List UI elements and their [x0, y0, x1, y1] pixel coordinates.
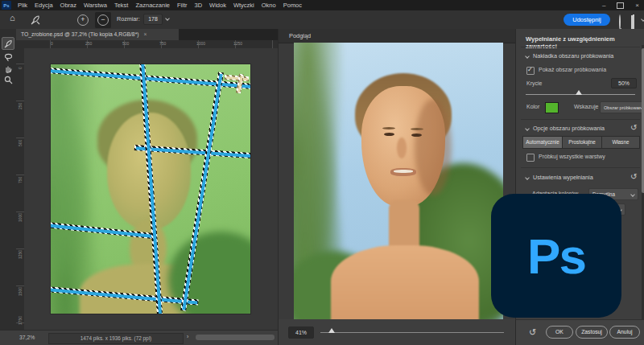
menu-obraz[interactable]: Obraz: [60, 2, 76, 9]
hand-tool[interactable]: [2, 63, 14, 74]
tab-close-icon[interactable]: ×: [143, 31, 147, 37]
size-dropdown-icon[interactable]: [165, 16, 170, 21]
overlay-color-swatch[interactable]: [545, 102, 559, 113]
mode-custom-button[interactable]: Własne: [601, 136, 640, 149]
tool-options-bar: ⌂ + − Rozmiar: 178 Udostępnij: [0, 10, 644, 30]
preview-zoom-slider[interactable]: [320, 332, 504, 333]
teeth: [394, 170, 413, 173]
opacity-value-input[interactable]: 50%: [611, 78, 637, 88]
preview-title: Podgląd: [289, 32, 311, 39]
share-button[interactable]: Udostępnij: [564, 14, 610, 26]
menu-tekst[interactable]: Tekst: [114, 2, 129, 9]
preview-zoom-slider-thumb[interactable]: [328, 328, 335, 333]
status-bar: 37,2% 1474 piks. x 1936 piks. (72 ppi) ›: [0, 330, 278, 345]
panel-title: Wypełnianie z uwzględnieniem zawartości: [526, 35, 644, 50]
home-icon[interactable]: ⌂: [10, 13, 15, 23]
ruler-tick-label: 0: [51, 41, 53, 46]
reset-all-icon[interactable]: ↺: [529, 328, 536, 336]
panel-footer: ↺ OK Zastosuj Anuluj: [515, 319, 644, 345]
subtract-from-sampling-button[interactable]: −: [95, 12, 111, 28]
eye-right: [411, 133, 422, 137]
ruler-tick-label: 0: [18, 67, 23, 69]
status-chevron-icon[interactable]: ›: [187, 334, 188, 339]
zoom-level[interactable]: 37,2%: [19, 335, 35, 340]
mode-rectangular-button[interactable]: Prostokątne: [562, 136, 602, 149]
overlay-section-label: Nakładka obszaru próbkowania: [533, 52, 613, 60]
menu-filtr[interactable]: Filtr: [177, 2, 188, 9]
photoshop-app-icon: Ps: [2, 1, 11, 10]
divider: [521, 119, 640, 120]
menu-warstwa[interactable]: Warstwa: [84, 2, 107, 9]
ruler-tick-label: 1750: [18, 316, 23, 325]
menu-3d[interactable]: 3D: [194, 2, 202, 9]
fill-settings-label: Ustawienia wypełniania: [533, 174, 593, 181]
document-tab[interactable]: TO_zrobione.psd @ 37,2% (Tło kopia 4,RGB…: [16, 29, 179, 40]
preview-header: Podgląd: [279, 29, 516, 43]
sample-all-layers-checkbox[interactable]: [526, 154, 535, 162]
chevron-down-icon: [525, 54, 530, 59]
divider: [521, 47, 640, 47]
sampling-options-label: Opcje obszaru próbkowania: [533, 125, 605, 132]
menu-okno[interactable]: Okno: [262, 2, 276, 9]
size-value-input[interactable]: 178: [143, 14, 163, 25]
menu-pomoc[interactable]: Pomoc: [283, 2, 302, 9]
photoshop-window: Ps Plik Edycja Obraz Warstwa Tekst Zazna…: [0, 0, 644, 345]
brush-preset-icon[interactable]: [31, 14, 41, 25]
photoshop-logo: Ps: [491, 194, 621, 318]
search-icon[interactable]: [619, 14, 621, 30]
menu-plik[interactable]: Plik: [18, 2, 27, 9]
mode-auto-button[interactable]: Automatycznie: [522, 136, 563, 149]
zoom-tool[interactable]: [2, 74, 14, 85]
sampling-options-header[interactable]: Opcje obszaru próbkowania: [526, 125, 605, 132]
workspace-dropdown-icon[interactable]: [641, 17, 644, 22]
ruler-tick-label: 500: [18, 140, 23, 146]
brush-icon: [4, 39, 13, 48]
document-tab-bar: TO_zrobione.psd @ 37,2% (Tło kopia 4,RGB…: [16, 29, 278, 40]
opacity-slider-thumb[interactable]: [576, 90, 582, 95]
chevron-down-icon: [630, 192, 635, 197]
menu-widok[interactable]: Widok: [209, 2, 226, 9]
net-rope-unselected: [225, 75, 249, 82]
apply-button[interactable]: Zastosuj: [576, 326, 608, 339]
menu-bar: Plik Edycja Obraz Warstwa Tekst Zaznacza…: [18, 2, 302, 9]
indicates-label: Wskazuje: [574, 104, 598, 109]
ruler-tick-label: 1250: [233, 41, 242, 46]
sample-all-layers-label: Próbkuj wszystkie warstwy: [539, 154, 605, 159]
sampling-brush-tool[interactable]: [2, 37, 14, 50]
restore-button[interactable]: [617, 2, 624, 9]
menu-edycja[interactable]: Edycja: [35, 2, 53, 9]
cancel-button[interactable]: Anuluj: [609, 326, 640, 339]
chevron-down-icon: [525, 126, 530, 131]
opacity-label: Krycie: [526, 80, 542, 86]
hand-icon: [4, 64, 13, 73]
lasso-tool[interactable]: [2, 51, 14, 63]
menu-wtyczki[interactable]: Wtyczki: [233, 2, 254, 9]
title-bar: Ps Plik Edycja Obraz Warstwa Tekst Zazna…: [0, 0, 644, 10]
document-image[interactable]: [50, 64, 251, 314]
reset-icon[interactable]: ↺: [630, 173, 637, 181]
close-button[interactable]: ×: [635, 2, 639, 9]
reset-icon[interactable]: ↺: [630, 124, 637, 132]
ruler-tick-label: 750: [159, 41, 166, 46]
preview-photo[interactable]: [294, 43, 503, 319]
ok-button[interactable]: OK: [546, 326, 573, 339]
fill-settings-header[interactable]: Ustawienia wypełniania: [526, 174, 593, 181]
show-sampling-area-checkbox[interactable]: [526, 67, 535, 75]
preview-zoom-input[interactable]: 41%: [288, 327, 314, 339]
overlay-section-header[interactable]: Nakładka obszaru próbkowania: [526, 52, 613, 60]
chevron-down-icon: [525, 175, 530, 180]
horizontal-scrollbar[interactable]: [196, 335, 275, 340]
toolbox: [0, 29, 17, 330]
minus-circle-icon: −: [97, 14, 109, 26]
add-to-sampling-button[interactable]: +: [77, 14, 89, 26]
document-size-info: 1474 piks. x 1936 piks. (72 ppi): [48, 333, 184, 344]
ruler-tick-label: 500: [122, 41, 129, 46]
ruler-tick-label: 1250: [18, 250, 23, 259]
indicates-dropdown[interactable]: Obszar próbkowania: [600, 101, 644, 113]
divider: [521, 167, 640, 168]
menu-zaznaczanie[interactable]: Zaznaczanie: [135, 2, 170, 9]
indicates-value: Obszar próbkowania: [604, 105, 641, 110]
minimize-button[interactable]: –: [602, 2, 605, 9]
workspace-layout-icon[interactable]: [633, 14, 634, 30]
nose: [397, 138, 407, 158]
